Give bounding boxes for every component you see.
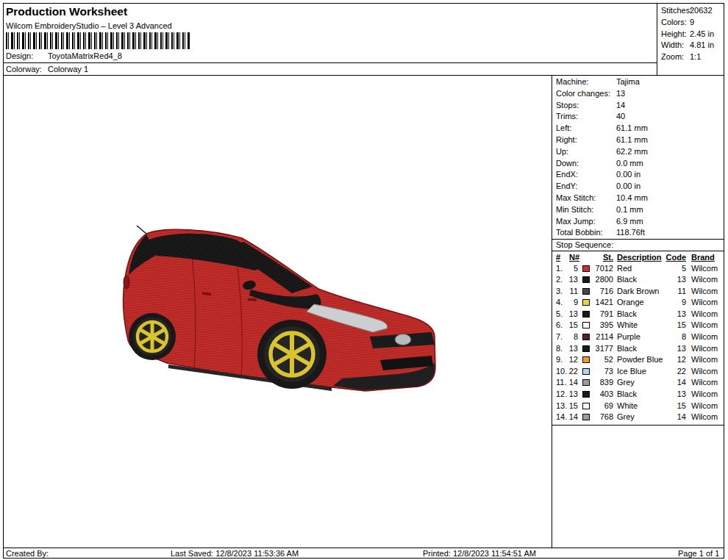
machine-info-list: Machine:Tajima Color changes:13 Stops:14…	[552, 77, 725, 240]
app-subtitle: Wilcom EmbroideryStudio – Level 3 Advanc…	[6, 21, 172, 30]
machine-info-row: Total Bobbin:118.76ft	[552, 228, 725, 240]
stop-sequence-row: 11.14839Grey14Wilcom	[552, 377, 725, 389]
stop-sequence-row: 8.133177Black13Wilcom	[552, 343, 725, 355]
stop-sequence-title: Stop Sequence:	[556, 240, 613, 249]
stop-sequence-row: 10.2273Ice Blue22Wilcom	[552, 366, 725, 378]
stop-sequence-row: 14.14768Grey14Wilcom	[552, 412, 725, 423]
stat-row: Colors:9	[657, 18, 724, 29]
footer-printed: Printed: 12/8/2023 11:54:51 AM	[423, 549, 536, 558]
machine-info-row: Right:61.1 mm	[552, 135, 725, 147]
colorway-row: Colorway: Colorway 1	[6, 65, 42, 73]
thread-color-swatch	[582, 368, 590, 375]
colorway-label: Colorway:	[6, 65, 42, 73]
thread-color-swatch	[582, 379, 590, 386]
thread-color-swatch	[582, 322, 590, 329]
thread-color-swatch	[582, 276, 590, 283]
stop-sequence-header: # N# St. Description Code Brand	[552, 252, 725, 263]
thread-color-swatch	[582, 334, 590, 340]
car-design-svg	[121, 225, 439, 395]
divider-stop-sequence-top	[552, 239, 724, 240]
stop-sequence-row: 7.82114Purple8Wilcom	[552, 331, 725, 343]
machine-info-row: Min Stitch:0.1 mm	[552, 205, 725, 217]
machine-info-row: Left:61.1 mm	[552, 123, 725, 135]
stop-sequence-row: 9.1252Powder Blue12Wilcom	[552, 354, 725, 366]
machine-info-row: Down:0.0 mm	[552, 159, 725, 170]
footer-last-saved: Last Saved: 12/8/2023 11:53:36 AM	[171, 549, 299, 558]
thread-color-swatch	[582, 345, 590, 352]
design-row: Design: ToyotaMatrixRed4_8	[6, 51, 33, 60]
stop-sequence-row: 1.57012Red5Wilcom	[552, 263, 725, 275]
machine-info-row: EndX:0.00 in	[552, 170, 725, 182]
stop-sequence-row: 4.91421Orange9Wilcom	[552, 297, 725, 309]
thread-color-swatch	[582, 391, 590, 398]
colorway-value: Colorway 1	[48, 65, 88, 73]
thread-color-swatch	[582, 403, 590, 409]
thread-color-swatch	[582, 414, 590, 420]
stop-sequence-row: 5.13791Black13Wilcom	[552, 309, 725, 320]
page-title: Production Worksheet	[6, 5, 127, 18]
embroidery-design-preview	[121, 225, 439, 395]
design-value: ToyotaMatrixRed4_8	[48, 51, 122, 60]
stop-sequence-row: 3.11716Dark Brown11Wilcom	[552, 286, 725, 298]
stop-sequence-row: 6.15395White15Wilcom	[552, 320, 725, 331]
design-stats-box: Stitches:20632 Colors:9 Height:2.45 in W…	[657, 3, 724, 75]
thread-color-swatch	[582, 288, 590, 295]
thread-color-swatch	[582, 311, 590, 317]
machine-info-row: Max Jump:6.9 mm	[552, 217, 725, 229]
design-canvas	[4, 76, 552, 548]
barcode	[6, 32, 190, 49]
machine-info-row: Trims:40	[552, 112, 725, 123]
stat-row: Stitches:20632	[657, 6, 724, 18]
divider-footer	[3, 548, 724, 548]
machine-info-row: Up:62.2 mm	[552, 147, 725, 159]
machine-info-row: EndY:0.00 in	[552, 182, 725, 193]
machine-info-row: Machine:Tajima	[552, 77, 725, 89]
divider-stop-sequence-title	[552, 251, 724, 251]
stop-sequence-row: 2.132800Black13Wilcom	[552, 274, 725, 286]
machine-info-row: Max Stitch:10.4 mm	[552, 193, 725, 205]
divider-stop-sequence-bottom	[552, 425, 724, 426]
stat-row: Width:4.81 in	[657, 40, 724, 52]
stop-sequence-row: 12.13403Black13Wilcom	[552, 389, 725, 401]
design-label: Design:	[6, 51, 33, 60]
thread-color-swatch	[582, 265, 590, 272]
stat-row: Zoom:1:1	[657, 52, 724, 64]
thread-color-swatch	[582, 299, 590, 306]
machine-info-row: Stops:14	[552, 101, 725, 112]
footer-page-number: Page 1 of 1	[678, 549, 719, 558]
thread-color-swatch	[582, 356, 590, 363]
stat-row: Height:2.45 in	[657, 29, 724, 41]
stop-sequence-table: 1.57012Red5Wilcom 2.132800Black13Wilcom …	[552, 263, 725, 423]
footer-created-by: Created By:	[6, 549, 49, 558]
stop-sequence-row: 13.1569White15Wilcom	[552, 401, 725, 412]
divider-header-rows	[3, 62, 657, 63]
machine-info-row: Color changes:13	[552, 89, 725, 101]
